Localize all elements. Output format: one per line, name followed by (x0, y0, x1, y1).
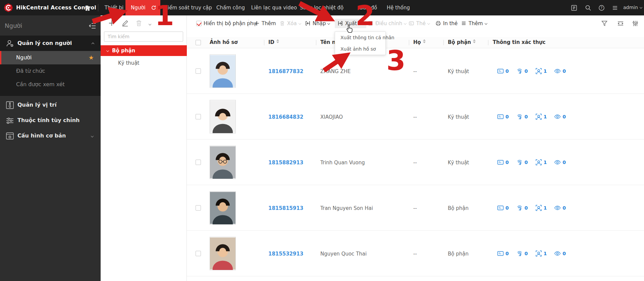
printer-icon (435, 20, 441, 26)
tab-kiem-soat-truy-cap[interactable]: Kiểm soát truy cập (163, 0, 213, 15)
sidebar-item-nguoi[interactable]: Người ★ (0, 51, 101, 64)
row-checkbox[interactable] (196, 205, 201, 211)
sidebar-item-thuoc-tinh-tuy-chinh[interactable]: Thuộc tính tùy chỉnh (0, 113, 101, 128)
column-width-icon[interactable] (617, 20, 624, 27)
user-name: admin (623, 5, 638, 10)
tab-sang-loc-nhiet-do[interactable]: Sàng lọc nhiệt độ (297, 0, 347, 15)
person-id-link[interactable]: 1815532913 (268, 251, 303, 257)
sliders-icon (6, 116, 14, 125)
table-row[interactable]: 1815532913 Nguyen Quoc Thai -- Bộ phận 0… (187, 231, 644, 276)
table-row[interactable]: 1815815913 Tran Nguyen Son Hai -- Bộ phậ… (187, 185, 644, 231)
row-checkbox[interactable] (196, 114, 201, 119)
profile-photo[interactable] (210, 237, 236, 270)
table-row[interactable]: 1816684832 XIAOJIAO -- Kỹ thuật 0 0 1 0 (187, 94, 644, 139)
refresh-icon[interactable] (151, 5, 156, 10)
print-card-button[interactable]: In thẻ (435, 19, 458, 28)
collapse-sidebar-icon[interactable] (89, 23, 96, 29)
sidebar-item-quan-ly-vi-tri[interactable]: Quản lý vị trí (0, 97, 101, 113)
profile-photo[interactable] (210, 191, 236, 225)
tab-thiet-bi[interactable]: Thiết bị (101, 0, 127, 15)
tab-lien-lac-qua-video[interactable]: Liên lạc qua video (249, 0, 299, 15)
tree-toolbar-more-icon[interactable] (149, 21, 154, 25)
import-button[interactable]: Nhập (305, 19, 330, 28)
person-last-name: -- (413, 205, 417, 211)
profile-photo[interactable] (210, 100, 236, 133)
card-icon (497, 159, 504, 166)
column-settings-icon[interactable] (632, 20, 639, 27)
select-all-checkbox[interactable] (196, 40, 201, 45)
list-icon (461, 20, 467, 26)
more-button[interactable]: Thêm (461, 19, 487, 28)
column-header-department[interactable]: Bộ phận (448, 39, 476, 45)
column-header-surname[interactable]: Họ (413, 39, 426, 45)
table-row[interactable]: 1816877832 ZHANG ZHE -- Kỹ thuật 0 0 1 0 (187, 48, 644, 94)
sidebar-item-quan-ly-con-nguoi[interactable]: Quản lý con người (0, 36, 101, 51)
search-input[interactable] (104, 32, 183, 42)
tie-icon (6, 101, 14, 109)
sidebar-item-da-tu-chuc[interactable]: Đã từ chức (0, 64, 101, 78)
sort-icon[interactable] (473, 39, 476, 43)
card-button[interactable]: Thẻ (409, 19, 430, 28)
edit-department-icon[interactable] (121, 19, 129, 27)
adjust-button[interactable]: Điều chỉnh (368, 19, 406, 28)
add-person-button[interactable]: Thêm (254, 19, 276, 28)
home-icon[interactable] (84, 4, 91, 12)
tab-nguoi-label: Người (131, 0, 146, 15)
filter-icon[interactable] (601, 20, 608, 27)
sidebar-item-label: Quản lý vị trí (17, 97, 57, 113)
person-id-link[interactable]: 1816684832 (268, 114, 303, 120)
face-credential: 1 (535, 113, 547, 120)
sort-icon[interactable] (276, 39, 279, 43)
show-sub-dept-checkbox[interactable] (196, 21, 202, 26)
person-department: Kỹ thuật (448, 114, 469, 120)
sidebar-item-cau-hinh-co-ban[interactable]: Cấu hình cơ bản (0, 128, 101, 144)
table-row[interactable]: 1815882913 Trinh Quan Vuong -- Kỹ thuật … (187, 139, 644, 185)
tab-cham-cong[interactable]: Chấm công (215, 0, 247, 15)
delete-person-button[interactable]: Xóa (279, 19, 301, 28)
tree-node-ky-thuat[interactable]: Kỹ thuật (118, 58, 139, 68)
user-menu[interactable]: admin (623, 5, 642, 10)
export-button[interactable]: Xuất (335, 19, 366, 28)
menu-icon[interactable] (612, 5, 618, 11)
add-department-icon[interactable] (108, 19, 115, 27)
help-icon[interactable]: ? (598, 5, 605, 11)
face-icon (535, 205, 542, 211)
card-credential: 0 (497, 113, 509, 120)
tab-ban-do[interactable]: Bản đồ (355, 0, 382, 15)
profile-photo[interactable] (210, 54, 236, 88)
adjust-icon (368, 20, 373, 26)
wizard-icon[interactable] (571, 5, 577, 11)
person-gear-icon (6, 39, 14, 48)
department-tree-panel: Bộ phận Kỹ thuật (101, 15, 187, 281)
column-header-id[interactable]: ID (268, 39, 279, 45)
credential-counts: 0 0 1 0 (497, 113, 566, 120)
credential-counts: 0 0 1 0 (497, 159, 566, 166)
menu-item-export-person-info[interactable]: Xuất thông tin cá nhân (335, 32, 385, 43)
delete-department-icon[interactable] (135, 19, 143, 27)
person-id-link[interactable]: 1815815913 (268, 205, 303, 211)
tab-he-thong[interactable]: Hệ thống (382, 0, 414, 15)
row-checkbox[interactable] (196, 160, 201, 165)
sidebar-item-can-duoc-xem-xet[interactable]: Cần được xem xét (0, 78, 101, 91)
person-id-link[interactable]: 1816877832 (268, 68, 303, 74)
tab-nguoi[interactable]: Người (125, 0, 160, 15)
favorite-star-icon[interactable]: ★ (89, 51, 94, 64)
profile-photo[interactable] (210, 146, 236, 179)
menu-item-export-profile-photo[interactable]: Xuất ảnh hồ sơ (335, 43, 385, 55)
tree-node-bo-phan[interactable]: Bộ phận (101, 45, 187, 56)
row-checkbox[interactable] (196, 251, 201, 256)
person-id-link[interactable]: 1815882913 (268, 160, 303, 166)
import-icon (305, 20, 311, 26)
plus-icon (254, 20, 260, 26)
chevron-up-icon (92, 43, 94, 45)
tree-expand-icon[interactable] (106, 49, 109, 52)
top-navigation-bar: HikCentral Access Control Thiết bị Người… (0, 0, 644, 15)
face-credential: 1 (535, 250, 547, 257)
sort-icon[interactable] (423, 39, 426, 43)
search-icon[interactable] (585, 5, 591, 11)
eye-icon (554, 205, 561, 211)
topbar-divider (98, 4, 98, 11)
person-first-name: Tran Nguyen Son Hai (320, 205, 373, 211)
row-checkbox[interactable] (196, 68, 201, 74)
eye-icon (554, 250, 561, 257)
